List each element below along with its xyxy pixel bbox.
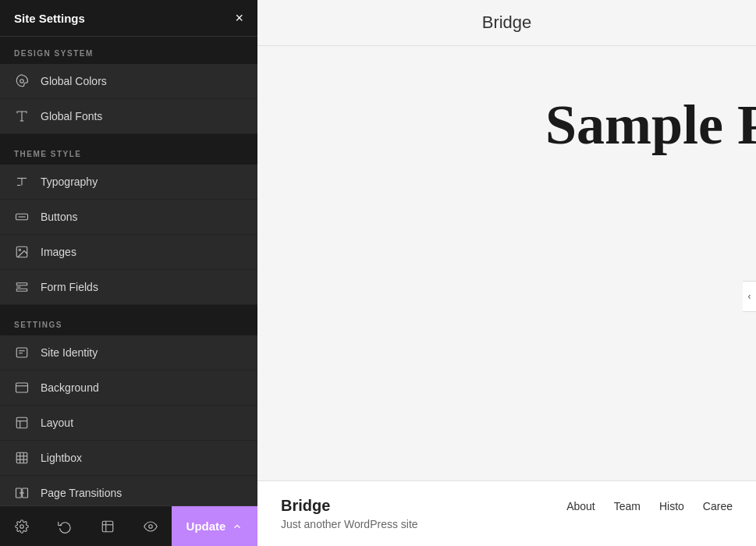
background-label: Background (41, 381, 99, 394)
nav-item-careers: Caree (703, 500, 733, 512)
svg-rect-16 (16, 383, 28, 392)
eye-icon-button[interactable] (129, 506, 172, 547)
sidebar-item-images[interactable]: Images (0, 235, 257, 270)
svg-point-32 (148, 524, 152, 528)
site-identity-label: Site Identity (41, 346, 98, 359)
sidebar-item-global-colors[interactable]: Global Colors (0, 64, 257, 99)
sidebar: Site Settings × DESIGN SYSTEM Global Col… (0, 0, 257, 546)
lightbox-label: Lightbox (41, 452, 82, 464)
button-icon (14, 209, 30, 225)
sidebar-item-global-fonts[interactable]: Global Fonts (0, 99, 257, 134)
svg-rect-21 (16, 452, 27, 463)
top-title: Bridge (482, 12, 532, 32)
svg-rect-13 (16, 348, 27, 357)
buttons-label: Buttons (41, 211, 77, 223)
theme-style-section: THEME STYLE Typography Buttons Images (0, 137, 257, 305)
layout-label: Layout (41, 417, 73, 429)
form-fields-label: Form Fields (41, 281, 98, 293)
sidebar-footer: Update (0, 505, 257, 546)
sidebar-item-site-identity[interactable]: Site Identity (0, 335, 257, 370)
update-button[interactable]: Update (172, 506, 257, 547)
sidebar-header: Site Settings × (0, 0, 257, 37)
bottom-nav: About Team Histo Caree (566, 497, 733, 512)
sidebar-title: Site Settings (14, 12, 85, 25)
nav-item-history: Histo (659, 500, 684, 512)
sidebar-collapse-button[interactable]: ‹ (743, 281, 756, 312)
bottom-site-info: Bridge Just another WordPress site (281, 497, 418, 530)
page-transitions-label: Page Transitions (41, 487, 122, 499)
update-label: Update (186, 519, 226, 533)
nav-item-team: Team (614, 500, 641, 512)
sidebar-item-lightbox[interactable]: Lightbox (0, 441, 257, 476)
main-content: Bridge Sample P ‹ Bridge Just another Wo… (257, 0, 756, 546)
theme-style-label: THEME STYLE (0, 137, 257, 165)
settings-icon-button[interactable] (0, 506, 43, 547)
global-colors-label: Global Colors (41, 75, 107, 87)
heading-icon (14, 174, 30, 190)
global-fonts-label: Global Fonts (41, 110, 102, 122)
bottom-site-title: Bridge (281, 497, 418, 515)
svg-point-0 (20, 80, 24, 83)
svg-point-30 (20, 524, 23, 528)
settings-label: SETTINGS (0, 308, 257, 335)
sidebar-item-form-fields[interactable]: Form Fields (0, 270, 257, 305)
svg-rect-18 (16, 417, 27, 428)
bottom-site-preview: Bridge Just another WordPress site About… (257, 480, 756, 546)
svg-point-9 (19, 249, 20, 250)
collapse-icon: ‹ (748, 291, 751, 302)
close-button[interactable]: × (235, 11, 243, 25)
transitions-icon (14, 485, 30, 501)
bottom-site-desc: Just another WordPress site (281, 518, 418, 530)
sidebar-scroll: DESIGN SYSTEM Global Colors Global Fonts… (0, 37, 257, 546)
layout-icon (14, 415, 30, 431)
font-icon (14, 108, 30, 124)
typography-label: Typography (41, 176, 98, 188)
history-icon-button[interactable] (43, 506, 86, 547)
preview-area: Sample P ‹ Bridge Just another WordPress… (257, 46, 756, 546)
lightbox-icon (14, 450, 30, 466)
form-icon (14, 279, 30, 295)
svg-rect-31 (102, 521, 113, 532)
svg-rect-11 (16, 289, 27, 291)
design-system-label: DESIGN SYSTEM (0, 37, 257, 64)
sidebar-item-background[interactable]: Background (0, 370, 257, 406)
identity-icon (14, 345, 30, 360)
image-icon (14, 244, 30, 260)
sidebar-item-buttons[interactable]: Buttons (0, 200, 257, 235)
nav-item-about: About (566, 500, 595, 512)
sidebar-item-typography[interactable]: Typography (0, 165, 257, 200)
background-icon (14, 380, 30, 395)
design-system-section: DESIGN SYSTEM Global Colors Global Fonts (0, 37, 257, 134)
svg-rect-10 (16, 283, 27, 285)
preview-icon-button[interactable] (86, 506, 129, 547)
palette-icon (14, 73, 30, 89)
sample-page-heading: Sample P (545, 93, 756, 158)
sidebar-item-layout[interactable]: Layout (0, 406, 257, 441)
images-label: Images (41, 246, 76, 258)
top-bar: Bridge (257, 0, 756, 46)
